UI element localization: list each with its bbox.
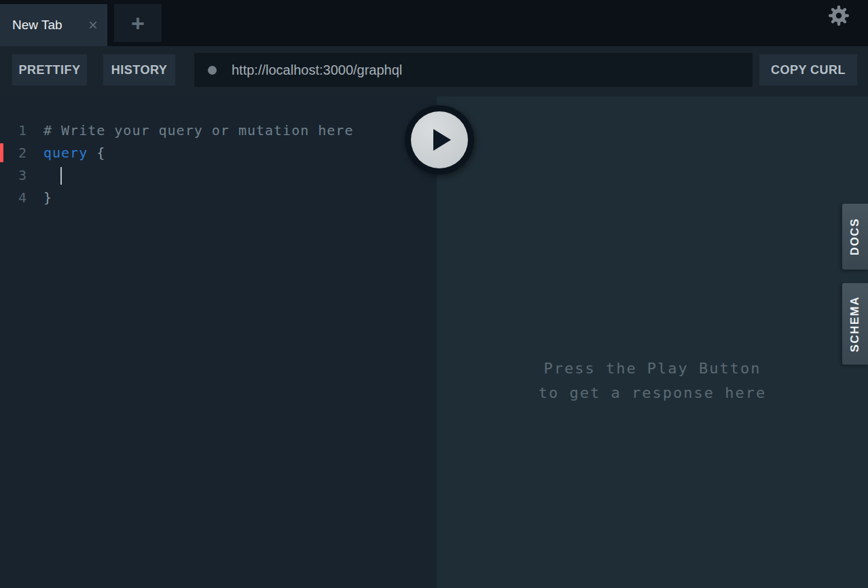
close-brace: } — [43, 189, 52, 206]
plus-icon: + — [131, 10, 145, 37]
line-number: 2 — [0, 142, 27, 164]
toolbar: PRETTIFY HISTORY COPY CURL — [0, 46, 868, 96]
add-tab-button[interactable]: + — [114, 4, 162, 42]
placeholder-line-2: to get a response here — [539, 384, 766, 401]
response-pane: Press the Play Buttonto get a response h… — [437, 96, 868, 588]
editor-line-4: 4 } — [0, 187, 437, 209]
line-number: 3 — [0, 164, 27, 187]
placeholder-line-1: Press the Play Button — [543, 360, 761, 377]
tab-title: New Tab — [12, 18, 82, 33]
tab-new-tab[interactable]: New Tab × — [0, 4, 107, 46]
play-icon — [433, 129, 451, 151]
settings-button[interactable] — [826, 3, 852, 29]
text-cursor — [60, 167, 62, 185]
prettify-label: PRETTIFY — [18, 63, 80, 77]
connection-status-dot-icon — [208, 66, 217, 75]
open-brace: { — [88, 145, 105, 161]
endpoint-url-input[interactable] — [232, 62, 707, 78]
graphql-client-window: New Tab × + PRETTIFY HISTORY — [0, 0, 868, 588]
close-tab-icon[interactable]: × — [88, 17, 98, 33]
copy-curl-label: COPY CURL — [771, 63, 846, 77]
prettify-button[interactable]: PRETTIFY — [12, 54, 87, 86]
docs-label: DOCS — [848, 218, 862, 255]
editor-line-1: 1 # Write your query or mutation here — [0, 120, 437, 142]
query-editor[interactable]: 1 # Write your query or mutation here 2 … — [0, 96, 437, 588]
line-number: 1 — [0, 120, 27, 142]
schema-side-tab[interactable]: SCHEMA — [842, 283, 868, 365]
keyword-query: query — [43, 145, 88, 161]
tab-bar: New Tab × + — [0, 0, 868, 46]
run-query-button[interactable] — [405, 105, 474, 174]
gear-icon — [826, 3, 852, 29]
editor-lines: 1 # Write your query or mutation here 2 … — [0, 96, 437, 209]
endpoint-url-bar[interactable] — [194, 53, 753, 87]
line-number: 4 — [0, 187, 27, 209]
docs-side-tab[interactable]: DOCS — [842, 204, 868, 270]
history-label: HISTORY — [111, 63, 168, 77]
schema-label: SCHEMA — [848, 296, 862, 352]
response-placeholder: Press the Play Buttonto get a response h… — [437, 356, 868, 405]
gutter-error-marker — [0, 143, 3, 162]
copy-curl-button[interactable]: COPY CURL — [759, 54, 857, 86]
history-button[interactable]: HISTORY — [103, 54, 175, 86]
play-button-face — [411, 111, 468, 168]
editor-line-3: 3 — [0, 164, 437, 187]
editor-line-2: 2 query { — [0, 142, 437, 164]
comment-text: # Write your query or mutation here — [43, 122, 353, 139]
